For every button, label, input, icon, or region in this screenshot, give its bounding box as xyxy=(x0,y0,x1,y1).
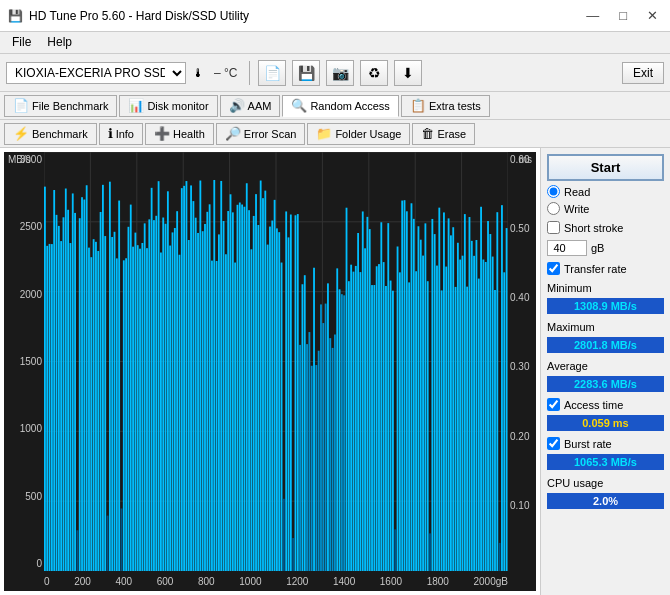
cpu-usage-label: CPU usage xyxy=(547,477,664,489)
transfer-rate-row: Transfer rate xyxy=(547,262,664,275)
average-value: 2283.6 MB/s xyxy=(547,376,664,392)
short-stroke-checkbox[interactable] xyxy=(547,221,560,234)
minimum-value: 1308.9 MB/s xyxy=(547,298,664,314)
burst-rate-label: Burst rate xyxy=(564,438,612,450)
exit-button[interactable]: Exit xyxy=(622,62,664,84)
chart-canvas-container xyxy=(44,152,508,571)
close-button[interactable]: ✕ xyxy=(643,7,662,24)
maximize-button[interactable]: □ xyxy=(615,7,631,24)
access-time-checkbox[interactable] xyxy=(547,398,560,411)
app-title: HD Tune Pro 5.60 - Hard Disk/SSD Utility xyxy=(29,9,249,23)
menu-help[interactable]: Help xyxy=(39,34,80,51)
gb-spin-row: gB xyxy=(547,240,664,256)
tab-row-2: ⚡ Benchmark ℹ Info ➕ Health 🔎 Error Scan… xyxy=(0,120,670,148)
main-content: MB/s ms 3000 2500 2000 1500 1000 500 0 0… xyxy=(0,148,670,595)
disk-monitor-icon: 📊 xyxy=(128,98,144,113)
access-time-value: 0.059 ms xyxy=(547,415,664,431)
burst-rate-value: 1065.3 MB/s xyxy=(547,454,664,470)
read-radio-row: Read xyxy=(547,185,664,198)
erase-icon: 🗑 xyxy=(421,126,434,141)
start-button[interactable]: Start xyxy=(547,154,664,181)
right-panel: Start Read Write Short stroke gB Transfe… xyxy=(540,148,670,595)
tab-info[interactable]: ℹ Info xyxy=(99,123,143,145)
aam-icon: 🔊 xyxy=(229,98,245,113)
burst-rate-checkbox[interactable] xyxy=(547,437,560,450)
tab-erase[interactable]: 🗑 Erase xyxy=(412,123,475,145)
tab-row-1: 📄 File Benchmark 📊 Disk monitor 🔊 AAM 🔍 … xyxy=(0,92,670,120)
x-axis-labels: 0 200 400 600 800 1000 1200 1400 1600 18… xyxy=(44,571,508,591)
y-axis-left-labels: 3000 2500 2000 1500 1000 500 0 xyxy=(4,152,44,571)
titlebar-left: 💾 HD Tune Pro 5.60 - Hard Disk/SSD Utili… xyxy=(8,9,249,23)
tab-folder-usage[interactable]: 📁 Folder Usage xyxy=(307,123,410,145)
cpu-usage-value: 2.0% xyxy=(547,493,664,509)
transfer-rate-checkbox[interactable] xyxy=(547,262,560,275)
tab-aam[interactable]: 🔊 AAM xyxy=(220,95,281,117)
benchmark-icon: ⚡ xyxy=(13,126,29,141)
read-label: Read xyxy=(564,186,590,198)
minimum-label: Minimum xyxy=(547,282,664,294)
toolbar-btn-3[interactable]: 📷 xyxy=(326,60,354,86)
window-controls: — □ ✕ xyxy=(582,7,662,24)
chart-area: MB/s ms 3000 2500 2000 1500 1000 500 0 0… xyxy=(4,152,536,591)
maximum-label: Maximum xyxy=(547,321,664,333)
tab-random-access[interactable]: 🔍 Random Access xyxy=(282,95,398,117)
toolbar-btn-5[interactable]: ⬇ xyxy=(394,60,422,86)
write-label: Write xyxy=(564,203,589,215)
temp-icon: 🌡 xyxy=(192,66,204,80)
error-scan-icon: 🔎 xyxy=(225,126,241,141)
gb-unit: gB xyxy=(591,242,604,254)
write-radio-row: Write xyxy=(547,202,664,215)
write-radio[interactable] xyxy=(547,202,560,215)
temperature-display: – °C xyxy=(210,66,241,80)
tab-error-scan[interactable]: 🔎 Error Scan xyxy=(216,123,306,145)
file-benchmark-icon: 📄 xyxy=(13,98,29,113)
tab-disk-monitor[interactable]: 📊 Disk monitor xyxy=(119,95,217,117)
minimize-button[interactable]: — xyxy=(582,7,603,24)
toolbar-btn-1[interactable]: 📄 xyxy=(258,60,286,86)
gb-input[interactable] xyxy=(547,240,587,256)
maximum-value: 2801.8 MB/s xyxy=(547,337,664,353)
folder-usage-icon: 📁 xyxy=(316,126,332,141)
short-stroke-row: Short stroke xyxy=(547,221,664,234)
toolbar-btn-4[interactable]: ♻ xyxy=(360,60,388,86)
transfer-rate-label: Transfer rate xyxy=(564,263,627,275)
drive-selector[interactable]: KIOXIA-EXCERIA PRO SSD (2000 gB) xyxy=(6,62,186,84)
menubar: File Help xyxy=(0,32,670,54)
read-radio[interactable] xyxy=(547,185,560,198)
short-stroke-label: Short stroke xyxy=(564,222,623,234)
tab-file-benchmark[interactable]: 📄 File Benchmark xyxy=(4,95,117,117)
random-access-icon: 🔍 xyxy=(291,98,307,113)
tab-extra-tests[interactable]: 📋 Extra tests xyxy=(401,95,490,117)
access-time-row: Access time xyxy=(547,398,664,411)
info-icon: ℹ xyxy=(108,126,113,141)
main-chart-canvas xyxy=(44,152,508,571)
extra-tests-icon: 📋 xyxy=(410,98,426,113)
average-label: Average xyxy=(547,360,664,372)
health-icon: ➕ xyxy=(154,126,170,141)
app-icon: 💾 xyxy=(8,9,23,23)
access-time-label: Access time xyxy=(564,399,623,411)
titlebar: 💾 HD Tune Pro 5.60 - Hard Disk/SSD Utili… xyxy=(0,0,670,32)
toolbar-btn-2[interactable]: 💾 xyxy=(292,60,320,86)
separator xyxy=(249,61,250,85)
burst-rate-row: Burst rate xyxy=(547,437,664,450)
toolbar: KIOXIA-EXCERIA PRO SSD (2000 gB) 🌡 – °C … xyxy=(0,54,670,92)
menu-file[interactable]: File xyxy=(4,34,39,51)
tab-benchmark[interactable]: ⚡ Benchmark xyxy=(4,123,97,145)
y-axis-right-labels: 0.60 0.50 0.40 0.30 0.20 0.10 xyxy=(508,152,536,571)
tab-health[interactable]: ➕ Health xyxy=(145,123,214,145)
